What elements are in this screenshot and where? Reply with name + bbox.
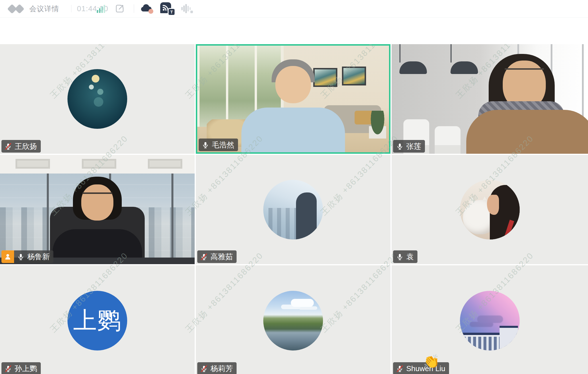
participant-name: 高雅茹 (210, 252, 233, 262)
avatar: 上鹦 (67, 291, 127, 350)
participant-tile-yanglifang[interactable]: 杨莉芳 (196, 265, 390, 374)
participant-name: 杨鲁新 (27, 252, 50, 262)
video-grid: 王欣扬 毛浩然 (0, 44, 588, 374)
participant-tile-maohaoran[interactable]: 毛浩然 (196, 44, 390, 154)
share-screen-icon[interactable] (115, 4, 125, 13)
participant-name: 毛浩然 (212, 140, 234, 150)
participant-tile-shuwenliu[interactable]: Shuwen Liu 👏 (392, 265, 588, 374)
participant-tile-sunshangying[interactable]: 上鹦 孙上鹦 (0, 265, 195, 374)
name-tag: 王欣扬 (1, 140, 41, 153)
name-tag: 杨鲁新 (14, 250, 53, 263)
host-badge-icon (1, 250, 14, 263)
video-feed (197, 46, 389, 152)
cloud-recording-icon[interactable] (140, 3, 153, 14)
participant-name: 杨莉芳 (210, 364, 233, 374)
name-tag: 杨莉芳 (197, 362, 237, 374)
participant-tile-gaoyaru[interactable]: 高雅茹 (196, 155, 390, 264)
meeting-toolbar: 会议详情 01:44:00 T (0, 0, 588, 17)
recording-status-dot (148, 9, 153, 14)
mic-muted-icon (4, 143, 12, 150)
participant-tile-wangxinyang[interactable]: 王欣扬 (0, 44, 195, 154)
video-feed (392, 44, 588, 154)
mic-on-icon (17, 253, 25, 261)
live-transcription-icon[interactable]: T (160, 2, 176, 15)
participant-tile-yangluxin[interactable]: 杨鲁新 (0, 155, 195, 264)
avatar (263, 180, 323, 239)
t-badge: T (168, 8, 175, 16)
participant-name: 王欣扬 (15, 141, 37, 151)
mic-muted-icon (200, 253, 208, 261)
toolbar-divider (71, 5, 71, 12)
mic-on-icon (396, 143, 404, 150)
clap-reaction-emoji: 👏 (423, 355, 440, 368)
participant-name: 张莲 (406, 141, 421, 151)
participant-name: 袁 (406, 252, 414, 262)
name-tag: 高雅茹 (197, 250, 237, 263)
network-signal-icon[interactable] (97, 4, 107, 13)
meeting-app-logo-icon (9, 3, 26, 14)
audio-dot (190, 11, 193, 13)
avatar (460, 291, 520, 350)
mic-on-icon (202, 141, 209, 149)
participant-tile-zhanglian[interactable]: 张莲 (392, 44, 588, 154)
toolbar-divider (134, 4, 134, 13)
participant-tile-yuan[interactable]: 袁 (392, 155, 588, 264)
audio-activity-icon[interactable] (181, 3, 193, 14)
mic-muted-icon (4, 365, 12, 373)
name-tag: Shuwen Liu (393, 362, 449, 374)
mic-muted-icon (396, 365, 404, 373)
name-tag: 毛浩然 (199, 139, 238, 151)
name-tag: 张莲 (393, 140, 425, 153)
video-feed (0, 155, 195, 264)
mic-muted-icon (200, 365, 208, 373)
avatar (460, 180, 520, 239)
avatar-initials: 上鹦 (73, 305, 121, 336)
participant-name: 孙上鹦 (15, 364, 37, 374)
mic-on-icon (396, 253, 404, 261)
name-tag: 袁 (393, 250, 417, 263)
avatar (67, 69, 127, 129)
avatar (263, 291, 323, 350)
meeting-details-button[interactable]: 会议详情 (29, 4, 59, 13)
name-tag: 孙上鹦 (1, 362, 41, 374)
